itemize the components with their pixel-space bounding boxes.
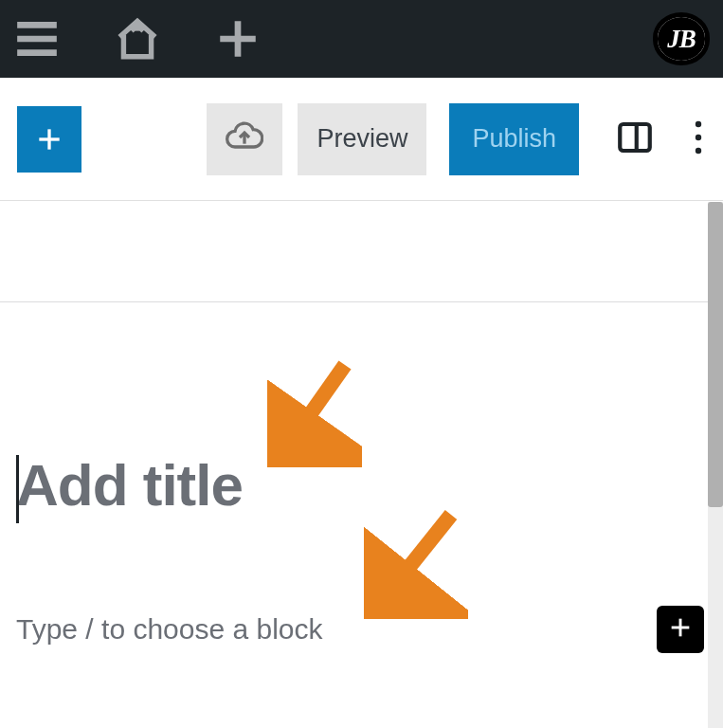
svg-point-9 bbox=[696, 120, 701, 126]
admin-bar-left bbox=[13, 15, 262, 63]
site-logo[interactable]: JB bbox=[653, 12, 710, 65]
post-title-input[interactable]: Add title bbox=[16, 451, 704, 519]
svg-line-15 bbox=[383, 515, 451, 600]
annotation-arrow bbox=[267, 354, 362, 467]
publish-button[interactable]: Publish bbox=[449, 103, 579, 175]
sidebar-toggle-icon bbox=[615, 118, 655, 161]
svg-point-11 bbox=[696, 147, 701, 153]
svg-line-14 bbox=[286, 365, 345, 448]
plus-icon bbox=[667, 614, 694, 645]
editor-toolbar: Preview Publish bbox=[0, 78, 723, 201]
annotation-arrow bbox=[364, 505, 468, 619]
editor-canvas: Add title Type / to choose a block bbox=[0, 202, 723, 728]
cloud-upload-icon bbox=[226, 118, 263, 160]
plus-icon[interactable] bbox=[214, 15, 262, 63]
more-menu-button[interactable] bbox=[687, 113, 710, 166]
canvas-header-band bbox=[0, 202, 723, 302]
title-placeholder: Add title bbox=[16, 451, 704, 519]
svg-point-10 bbox=[696, 134, 701, 139]
more-vertical-icon bbox=[695, 120, 702, 158]
add-block-button[interactable] bbox=[17, 106, 81, 173]
inline-add-block-button[interactable] bbox=[657, 606, 704, 653]
scrollbar-thumb[interactable] bbox=[708, 202, 723, 507]
block-placeholder-row: Type / to choose a block bbox=[16, 606, 704, 653]
site-logo-text: JB bbox=[658, 17, 705, 61]
sidebar-toggle-button[interactable] bbox=[607, 110, 662, 169]
preview-button[interactable]: Preview bbox=[298, 103, 426, 175]
menu-icon[interactable] bbox=[13, 15, 61, 63]
admin-bar: JB bbox=[0, 0, 723, 78]
home-icon[interactable] bbox=[114, 15, 161, 63]
block-placeholder[interactable]: Type / to choose a block bbox=[16, 613, 323, 646]
save-draft-button[interactable] bbox=[207, 103, 282, 175]
text-cursor bbox=[16, 455, 19, 523]
